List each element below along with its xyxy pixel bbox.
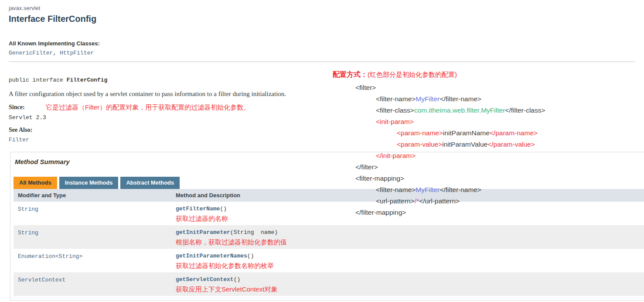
xml-line: </filter-mapping> — [333, 207, 638, 218]
xml-line: <param-value>initParamValue</param-value… — [333, 139, 638, 150]
method-description-cn: 获取应用上下文ServletContext对象 — [176, 285, 644, 293]
since-label: Since: — [9, 104, 25, 111]
see-also-label: See Also: — [9, 127, 32, 134]
type-link[interactable]: String — [14, 225, 176, 249]
package-name: javax.servlet — [9, 5, 40, 11]
xml-line: <filter-name>MyFilter</filter-name> — [333, 184, 638, 196]
method-link[interactable]: getInitParameterNames — [176, 253, 247, 259]
xml-line: <param-name>initParamName</param-name> — [333, 127, 638, 139]
filter-config-panel: 配置方式：(红色部分是初始化参数的配置) <filter> <filter-na… — [333, 70, 638, 218]
interface-description: A filter configuration object used by a … — [9, 90, 286, 98]
tab-instance-methods[interactable]: Instance Methods — [59, 177, 119, 189]
xml-line: </filter> — [333, 161, 638, 173]
javadoc-page: javax.servlet Interface FilterConfig All… — [0, 0, 644, 302]
type-link[interactable]: ServletContext — [14, 272, 176, 296]
xml-line: <filter-name>MyFilter</filter-name> — [333, 93, 638, 105]
method-description-cn: 获取过滤器初始化参数名称的枚举 — [176, 262, 644, 270]
interface-signature: public interface FilterConfig — [9, 77, 107, 83]
table-row: ServletContext getServletContext() 获取应用上… — [14, 272, 644, 296]
divider — [9, 62, 635, 62]
method-link[interactable]: getInitParameter — [176, 229, 230, 236]
xml-line: <filter-mapping> — [333, 173, 638, 184]
tab-abstract-methods[interactable]: Abstract Methods — [120, 177, 180, 189]
page-title: Interface FilterConfig — [9, 14, 96, 24]
xml-line: </init-param> — [333, 150, 638, 161]
method-signature: (String name) — [230, 229, 278, 236]
implementing-classes: GenericFilter, HttpFilter — [9, 50, 94, 56]
xml-line: <filter> — [333, 82, 638, 93]
xml-line: <init-param> — [333, 116, 638, 127]
type-link[interactable]: String — [14, 202, 176, 225]
xml-line: <filter-class>com.itheima.web.filter.MyF… — [333, 105, 638, 116]
method-signature: () — [247, 253, 254, 259]
column-header-modifier: Modifier and Type — [14, 192, 176, 199]
type-link[interactable]: Enumeration<String> — [14, 249, 176, 272]
method-signature: () — [234, 276, 241, 283]
method-link[interactable]: getFilterName — [176, 206, 220, 212]
method-signature: () — [220, 206, 227, 212]
method-link[interactable]: getServletContext — [176, 276, 234, 283]
xml-line: <url-pattern>/*</url-pattern> — [333, 196, 638, 207]
since-value: Servlet 2.3 — [9, 114, 46, 121]
signature-name: FilterConfig — [67, 77, 108, 83]
table-row: Enumeration<String> getInitParameterName… — [14, 249, 644, 272]
tab-all-methods[interactable]: All Methods — [14, 177, 57, 189]
see-also: Filter — [9, 137, 29, 143]
config-heading: 配置方式：(红色部分是初始化参数的配置) — [333, 70, 638, 79]
method-description-cn: 根据名称，获取过滤器初始化参数的值 — [176, 238, 644, 246]
http-filter-link[interactable]: HttpFilter — [60, 50, 94, 56]
implementing-classes-label: All Known Implementing Classes: — [9, 40, 100, 47]
filter-link[interactable]: Filter — [9, 137, 29, 143]
table-row: String getInitParameter(String name) 根据名… — [14, 225, 644, 249]
generic-filter-link[interactable]: GenericFilter — [9, 50, 53, 56]
impl-separator: , — [53, 50, 60, 56]
since-annotation-cn: 它是过滤器（Filter）的配置对象，用于获取配置的过滤器初始化参数。 — [46, 103, 250, 112]
xml-snippet: <filter> <filter-name>MyFilter</filter-n… — [333, 82, 638, 218]
